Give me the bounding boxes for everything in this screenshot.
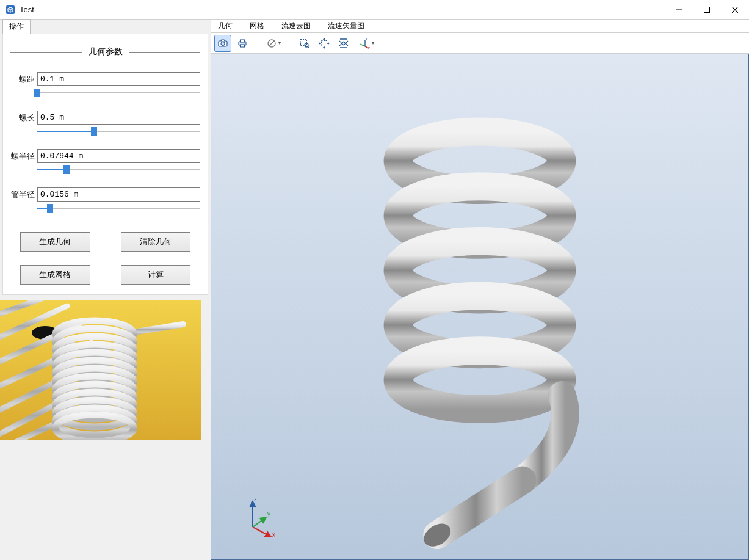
print-icon[interactable] [234,35,251,52]
pan-icon[interactable] [316,35,333,52]
generate-mesh-button[interactable]: 生成网格 [20,265,90,285]
zoom-select-icon[interactable] [296,35,313,52]
disable-icon[interactable]: ▾ [261,35,286,52]
app-icon [5,4,16,15]
section-header-geom-params: 几何参数 [10,46,200,57]
svg-text:y: y [360,42,361,45]
svg-rect-29 [241,45,245,47]
svg-point-26 [221,42,225,45]
chevron-down-icon: ▾ [372,40,374,46]
param-input-tube-radius[interactable] [37,187,200,202]
svg-rect-35 [322,40,327,46]
sidebar-tab-operations[interactable]: 操作 [2,19,31,34]
view-tab-mesh[interactable]: 网格 [247,20,267,32]
helix-model [211,54,748,559]
svg-rect-28 [241,40,245,42]
svg-rect-1 [704,7,710,12]
view-tab-velocity-cloud[interactable]: 流速云图 [279,20,313,32]
svg-text:x: x [368,45,370,48]
svg-line-34 [308,46,309,48]
axis-label-x: x [272,531,275,538]
sidebar-content: 几何参数 螺距 螺长 [2,34,208,295]
param-label-pitch: 螺距 [10,74,37,85]
sidebar-tab-bar: 操作 [0,20,211,34]
param-input-length[interactable] [37,111,200,125]
clear-geometry-button[interactable]: 清除几何 [121,232,191,252]
axis-triad: z y x [242,495,284,538]
chevron-down-icon: ▾ [278,40,281,46]
param-slider-pitch[interactable] [37,89,200,97]
param-label-tube-radius: 管半径 [10,189,37,200]
param-label-length: 螺长 [10,112,37,123]
fit-view-icon[interactable] [335,35,352,52]
axes-orient-icon[interactable]: z y x ▾ [355,35,379,52]
toolbar-separator [256,37,256,50]
window-titlebar: Test [0,0,749,20]
svg-rect-32 [301,39,307,45]
param-slider-length[interactable] [37,127,200,136]
svg-point-43 [397,351,562,409]
svg-line-31 [269,40,274,45]
param-row-helix-radius: 螺半径 [10,149,200,174]
svg-line-44 [437,480,522,535]
window-minimize-button[interactable] [665,0,693,20]
compute-button[interactable]: 计算 [121,265,191,285]
axis-label-z: z [254,496,257,503]
left-sidebar: 操作 几何参数 螺距 螺长 [0,20,211,560]
section-title: 几何参数 [82,46,129,57]
view-tab-bar: 几何 网格 流速云图 流速矢量图 [211,20,749,33]
svg-line-54 [253,517,266,527]
axis-label-y: y [267,511,270,517]
toolbar-separator [291,37,291,50]
camera-icon[interactable] [214,35,231,52]
3d-viewport[interactable]: z y x [211,54,749,560]
view-tab-velocity-vector[interactable]: 流速矢量图 [325,20,367,32]
param-row-length: 螺长 [10,111,200,136]
svg-line-53 [253,527,271,537]
window-close-button[interactable] [721,0,749,20]
window-maximize-button[interactable] [693,0,721,20]
view-tab-geometry[interactable]: 几何 [215,20,235,32]
param-slider-tube-radius[interactable] [37,204,200,213]
param-input-pitch[interactable] [37,72,200,86]
param-row-pitch: 螺距 [10,72,200,97]
window-title: Test [20,5,34,14]
generate-geometry-button[interactable]: 生成几何 [20,232,90,252]
param-input-helix-radius[interactable] [37,149,200,163]
param-slider-helix-radius[interactable] [37,165,200,174]
svg-text:z: z [366,38,367,41]
param-label-helix-radius: 螺半径 [10,151,37,162]
view-toolbar: ▾ [211,33,749,54]
param-row-tube-radius: 管半径 [10,187,200,213]
right-panel: 几何 网格 流速云图 流速矢量图 [211,20,749,560]
reference-photo [0,300,211,440]
